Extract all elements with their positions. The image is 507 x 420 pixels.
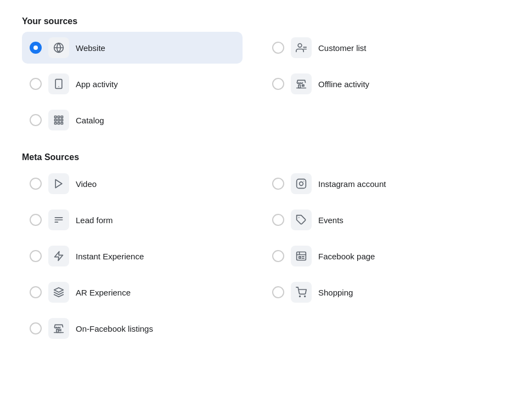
source-item-website[interactable]: Website <box>22 32 243 64</box>
svg-rect-12 <box>61 116 63 118</box>
svg-point-22 <box>303 181 304 181</box>
source-item-ar-experience[interactable]: AR Experience <box>22 276 243 308</box>
source-label-shopping: Shopping <box>318 288 353 297</box>
source-item-shopping[interactable]: Shopping <box>264 276 485 308</box>
your-sources-section: Your sources Website <box>22 16 485 136</box>
mobile-icon <box>48 73 69 94</box>
source-label-app-activity: App activity <box>76 80 118 89</box>
meta-sources-title: Meta Sources <box>22 152 485 162</box>
svg-rect-16 <box>55 122 57 124</box>
source-item-instant-experience[interactable]: Instant Experience <box>22 240 243 272</box>
facebook-page-icon <box>291 246 312 266</box>
your-sources-title: Your sources <box>22 16 485 26</box>
svg-rect-14 <box>58 119 59 121</box>
svg-rect-7 <box>298 85 300 88</box>
radio-instant-experience[interactable] <box>30 250 42 262</box>
source-label-instant-experience: Instant Experience <box>76 252 144 261</box>
source-item-offline-activity[interactable]: Offline activity <box>264 68 485 100</box>
svg-marker-34 <box>54 288 64 292</box>
radio-lead-form[interactable] <box>30 214 42 226</box>
tag-icon <box>291 209 312 230</box>
radio-ar-experience[interactable] <box>30 286 42 298</box>
source-item-facebook-page[interactable]: Facebook page <box>264 240 485 272</box>
svg-rect-8 <box>302 85 304 87</box>
source-label-customer-list: Customer list <box>318 43 367 53</box>
svg-marker-19 <box>55 180 62 188</box>
instagram-icon <box>291 173 312 194</box>
user-list-icon <box>291 37 312 58</box>
your-sources-grid: Website Customer list <box>22 32 485 136</box>
source-label-on-facebook-listings: On-Facebook listings <box>76 324 153 333</box>
radio-website[interactable] <box>30 42 42 54</box>
source-item-catalog[interactable]: Catalog <box>22 104 243 136</box>
source-item-app-activity[interactable]: App activity <box>22 68 243 100</box>
meta-sources-grid: Video Instagram account <box>22 168 485 344</box>
source-label-ar-experience: AR Experience <box>76 288 131 297</box>
radio-customer-list[interactable] <box>272 42 284 54</box>
catalog-icon <box>48 110 69 130</box>
svg-point-36 <box>305 296 306 297</box>
source-item-events[interactable]: Events <box>264 204 485 236</box>
source-label-instagram: Instagram account <box>318 179 386 189</box>
cart-icon <box>291 282 312 303</box>
source-label-video: Video <box>76 179 97 189</box>
svg-rect-17 <box>58 122 59 124</box>
radio-video[interactable] <box>30 178 42 190</box>
source-label-facebook-page: Facebook page <box>318 252 375 261</box>
source-item-instagram[interactable]: Instagram account <box>264 168 485 200</box>
source-label-offline-activity: Offline activity <box>318 80 369 89</box>
meta-sources-section: Meta Sources Video Instagram account <box>22 152 485 344</box>
radio-catalog[interactable] <box>30 114 42 126</box>
radio-events[interactable] <box>272 214 284 226</box>
svg-rect-31 <box>299 257 301 258</box>
svg-rect-15 <box>61 119 63 121</box>
svg-marker-27 <box>55 252 63 261</box>
svg-point-21 <box>300 182 303 186</box>
svg-point-2 <box>298 44 302 48</box>
source-label-website: Website <box>76 43 105 53</box>
radio-offline-activity[interactable] <box>272 78 284 90</box>
svg-rect-38 <box>57 330 58 333</box>
source-item-customer-list[interactable]: Customer list <box>264 32 485 64</box>
radio-app-activity[interactable] <box>30 78 42 90</box>
svg-rect-18 <box>61 122 63 124</box>
source-label-events: Events <box>318 215 343 225</box>
radio-instagram[interactable] <box>272 178 284 190</box>
source-item-video[interactable]: Video <box>22 168 243 200</box>
svg-rect-28 <box>297 252 306 260</box>
lead-form-icon <box>48 209 69 230</box>
lightning-icon <box>48 246 69 266</box>
source-label-catalog: Catalog <box>76 116 104 125</box>
svg-rect-11 <box>58 116 59 118</box>
radio-facebook-page[interactable] <box>272 250 284 262</box>
svg-rect-13 <box>55 119 57 121</box>
radio-shopping[interactable] <box>272 286 284 298</box>
store-icon <box>291 73 312 94</box>
globe-icon <box>48 37 69 58</box>
storefront-icon <box>48 318 69 339</box>
svg-rect-10 <box>55 116 57 118</box>
svg-rect-20 <box>297 179 306 189</box>
play-icon <box>48 173 69 194</box>
source-item-lead-form[interactable]: Lead form <box>22 204 243 236</box>
radio-on-facebook-listings[interactable] <box>30 322 42 334</box>
svg-point-35 <box>300 296 301 297</box>
source-item-on-facebook-listings[interactable]: On-Facebook listings <box>22 313 243 344</box>
ar-icon <box>48 282 69 303</box>
source-label-lead-form: Lead form <box>76 215 113 225</box>
